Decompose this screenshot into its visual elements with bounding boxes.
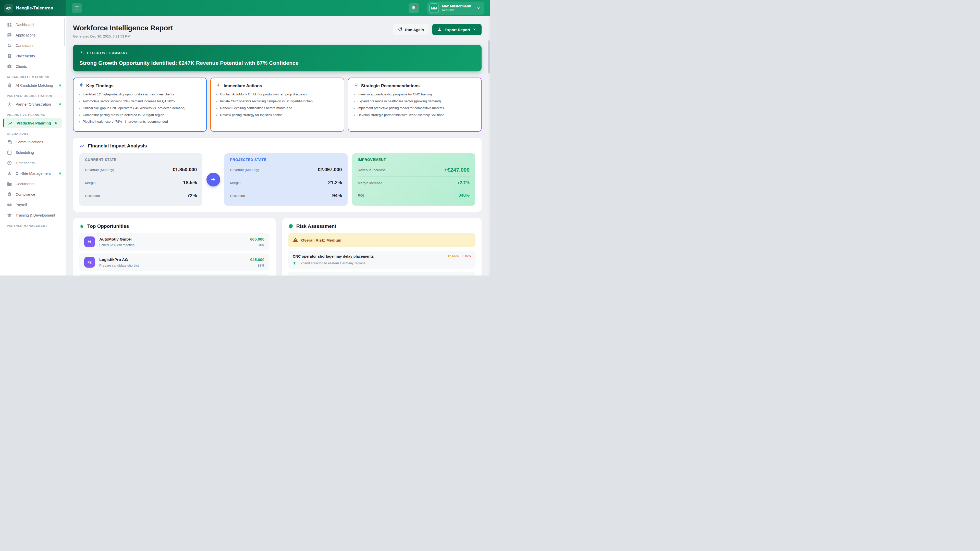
shield-check-icon [7,192,12,197]
calendar-icon [7,150,12,155]
graduation-cap-icon [7,213,12,218]
metric-card-heading: PROJECTED STATE [230,158,342,162]
star-icon [79,224,84,229]
report-generated-timestamp: Generated Dec 30, 2025, 6:31:53 PM [73,35,173,38]
sidebar-item-compliance[interactable]: Compliance [0,189,66,200]
psychology-icon [7,83,12,88]
sidebar-section-partner-management: PARTNER MANAGEMENT [7,224,66,227]
metric-card-heading: IMPROVEMENT [358,158,469,162]
sidebar-item-payroll[interactable]: Payroll [0,200,66,210]
rank-badge: #2 [84,257,95,268]
sidebar-section-partner-orchestration: PARTNER ORCHESTRATION [7,94,66,97]
card-title: Key Findings [86,83,114,89]
sidebar-section-operations: OPERATIONS [7,132,66,135]
refresh-icon [398,27,402,32]
menu-toggle-button[interactable] [72,3,82,13]
clock-icon [7,160,12,165]
bottom-row: Top Opportunities #1 AutoMotiv GmbH Sche… [73,218,482,275]
status-dot [55,122,57,124]
people-icon [7,43,12,48]
financial-impact-card: Financial Impact Analysis CURRENT STATE … [73,138,482,212]
sidebar-item-on-site-management[interactable]: On-Site Management [0,168,66,179]
sidebar-item-ai-candidate-matching[interactable]: AI Candidate Matching [0,80,66,91]
top-bar-actions: MM Max Mustermann Recruiter [66,0,490,16]
run-again-button[interactable]: Run Again [393,24,429,35]
notifications-button[interactable] [409,3,419,13]
section-title: Top Opportunities [87,224,129,229]
list-item: Develop strategic partnership with TechA… [354,113,476,118]
risk-probability: P: 65% [448,254,458,258]
sidebar-item-partner-orchestration[interactable]: Partner Orchestration [0,99,66,110]
opportunity-name: AutoMotiv GmbH [99,237,135,241]
brand-logo: Nexgile-Talentron [0,0,66,16]
list-item: Critical skill gap in CNC operators (-45… [79,106,201,111]
sidebar-item-applications[interactable]: Applications [0,30,66,40]
sidebar-section-ai-candidate-matching: AI CANDIDATE MATCHING [7,76,66,79]
section-title: Risk Assessment [296,224,336,229]
folder-icon [7,181,12,186]
metric-row: Margin Increase+2.7% [358,176,469,189]
app-window: Nexgile-Talentron MM Max Mustermann R [0,0,490,275]
avatar: MM [429,3,439,13]
risk-item: Competitor rate reduction in Stuttgart P… [288,272,476,275]
list-item: Contact AutoMotiv GmbH for production ra… [216,92,338,97]
current-state-card: CURRENT STATE Revenue (Monthly)€1.850.00… [80,153,202,206]
list-item: Expand presence in healthcare sector (gr… [354,99,476,104]
risk-assessment-card: Risk Assessment Overall Risk: Medium CNC… [282,218,482,275]
list-item: Initiate CNC operator recruiting campaig… [216,99,338,104]
list-item: Pipeline health score: 78% - improvement… [79,119,201,124]
metric-row: Utilization72% [85,189,197,202]
payments-icon [7,202,12,207]
opportunity-value: €65.000 [250,237,264,241]
handshake-icon [4,3,13,13]
opportunity-row[interactable]: #3 TechAssembly Solutions €38.000 [79,274,269,275]
opportunity-action: Prepare candidate shortlist [99,264,139,267]
opportunity-row[interactable]: #2 LogistikPro AG Prepare candidate shor… [79,254,269,271]
sidebar-scrollbar-thumb[interactable] [64,18,65,46]
metric-row: Revenue (Monthly)€1.850.000 [85,163,197,176]
list-item: Review pricing strategy for logistics se… [216,113,338,118]
forum-icon [7,140,12,144]
sidebar-item-training-development[interactable]: Training & Development [0,210,66,221]
metric-row: Revenue Increase+€247.000 [358,163,469,176]
badge-icon [7,54,12,59]
card-title: Strategic Recommendations [361,83,420,89]
metric-card-heading: CURRENT STATE [85,158,197,162]
sidebar-item-clients[interactable]: Clients [0,61,66,72]
list-item: Implement predictive pricing model for c… [354,106,476,111]
download-icon [438,27,442,32]
metric-row: Margin21.2% [230,176,342,189]
list-item: Invest in apprenticeship programs for CN… [354,92,476,97]
executive-summary-label: EXECUTIVE SUMMARY [87,51,128,55]
key-findings-card: Key Findings Identified 12 high-probabil… [73,78,207,132]
status-dot [59,84,61,86]
arrow-right-icon [207,173,220,186]
executive-summary-banner: EXECUTIVE SUMMARY Strong Growth Opportun… [73,44,482,71]
user-name: Max Mustermann [442,4,471,9]
user-menu[interactable]: MM Max Mustermann Recruiter [427,2,484,15]
main-scrollbar-thumb[interactable] [488,40,490,73]
sidebar-item-candidates[interactable]: Candidates [0,40,66,51]
briefcase-icon [7,64,12,69]
sidebar-item-dashboard[interactable]: Dashboard [0,19,66,30]
sidebar: Dashboard Applications Candidates Placem… [0,16,66,275]
overall-risk-text: Overall Risk: Medium [301,238,342,243]
sidebar-item-placements[interactable]: Placements [0,51,66,61]
bolt-icon [216,83,221,89]
metric-row: Utilization94% [230,189,342,202]
risk-impact: I: 75% [462,254,471,258]
page-title: Workforce Intelligence Report [73,24,173,32]
risk-item: CNC operator shortage may delay placemen… [288,251,476,268]
sidebar-item-predictive-planning[interactable]: Predictive Planning [3,118,62,128]
opportunity-action: Schedule client meeting [99,243,135,247]
executive-summary-headline: Strong Growth Opportunity Identified: €2… [80,60,475,66]
opportunity-row[interactable]: #1 AutoMotiv GmbH Schedule client meetin… [79,233,269,251]
sidebar-item-documents[interactable]: Documents [0,179,66,189]
export-report-button[interactable]: Export Report [432,24,482,35]
metric-row: ROI340% [358,189,469,202]
sidebar-item-timesheets[interactable]: Timesheets [0,158,66,168]
main-scrollbar[interactable] [488,16,490,275]
section-title: Financial Impact Analysis [88,143,147,149]
sidebar-item-communications[interactable]: Communications [0,137,66,147]
sidebar-item-scheduling[interactable]: Scheduling [0,147,66,158]
